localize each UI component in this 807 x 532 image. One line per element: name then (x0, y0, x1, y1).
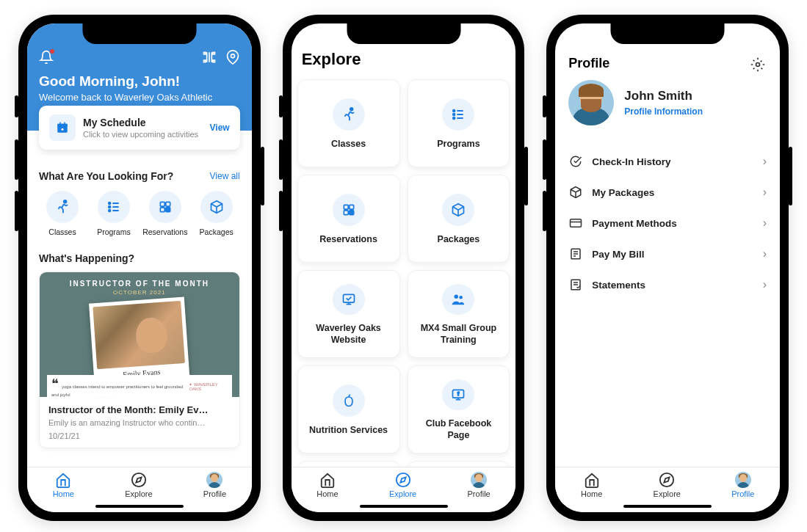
card-description: Emily is an amazing Instructor who conti… (48, 418, 231, 427)
avatar-icon (471, 472, 487, 488)
nav-home[interactable]: Home (581, 472, 602, 498)
category-label: Classes (48, 227, 76, 236)
chevron-right-icon: › (763, 155, 767, 168)
nav-label: Profile (731, 489, 754, 498)
svg-rect-2 (57, 124, 68, 127)
nav-home[interactable]: Home (53, 472, 74, 498)
package-icon (209, 200, 224, 214)
barcode-icon[interactable] (202, 50, 217, 65)
receipt-icon (569, 247, 582, 260)
svg-point-17 (350, 108, 352, 111)
notifications-button[interactable] (39, 50, 54, 68)
row-my-packages[interactable]: My Packages › (568, 177, 767, 208)
svg-marker-16 (136, 477, 141, 482)
compass-icon (395, 472, 411, 488)
svg-text:f: f (457, 391, 460, 396)
nav-profile[interactable]: Profile (731, 472, 754, 498)
tile-label: Classes (331, 138, 366, 150)
tile-label: Packages (438, 233, 480, 245)
my-schedule-card[interactable]: My Schedule Click to view upcoming activ… (39, 106, 240, 150)
tile-label: MX4 Small Group Training (414, 322, 504, 346)
row-checkin-history[interactable]: Check-In History › (568, 146, 767, 177)
notification-badge (49, 48, 55, 54)
gear-icon (750, 57, 765, 72)
svg-point-35 (756, 63, 760, 67)
tile-label: Club Facebook Page (414, 418, 504, 442)
row-statements[interactable]: Statements › (568, 269, 767, 300)
row-label: Statements (592, 280, 753, 291)
svg-rect-13 (160, 208, 164, 212)
tile-facebook[interactable]: f Club Facebook Page (408, 365, 510, 453)
monitor-icon: f (451, 387, 466, 402)
tile-label: Reservations (319, 233, 377, 245)
calendar-icon (56, 121, 69, 134)
tile-mx4-training[interactable]: MX4 Small Group Training (408, 270, 510, 358)
settings-button[interactable] (750, 57, 765, 75)
tile-label: Nutrition Services (309, 424, 388, 436)
row-label: My Packages (592, 187, 753, 198)
svg-point-4 (64, 200, 67, 203)
row-payment-methods[interactable]: Payment Methods › (568, 208, 767, 238)
tile-reservations[interactable]: Reservations (297, 175, 400, 263)
svg-point-9 (109, 210, 111, 212)
phone-home: Good Morning, John! Welcome back to Wave… (18, 15, 261, 521)
running-icon (341, 106, 357, 123)
svg-point-15 (132, 473, 145, 487)
tile-nutrition[interactable]: Nutrition Services (297, 365, 400, 453)
nav-label: Profile (203, 489, 226, 498)
card-icon (569, 216, 582, 230)
svg-point-3 (62, 128, 64, 131)
view-all-link[interactable]: View all (210, 171, 240, 181)
nav-profile[interactable]: Profile (468, 472, 491, 498)
svg-rect-26 (344, 211, 348, 215)
tile-classes[interactable]: Classes (297, 79, 400, 167)
avatar (568, 80, 614, 125)
tile-website[interactable]: Waverley Oaks Website (297, 270, 400, 358)
category-programs[interactable]: Programs (90, 191, 137, 236)
category-label: Programs (97, 227, 131, 236)
row-pay-my-bill[interactable]: Pay My Bill › (568, 238, 767, 269)
nav-profile[interactable]: Profile (203, 472, 226, 498)
svg-point-7 (109, 206, 111, 208)
tile-packages[interactable]: Packages (408, 175, 510, 263)
happening-card[interactable]: INSTRUCTOR OF THE MONTH OCTOBER 2021 Emi… (39, 272, 240, 448)
quote-text: yoga classes intend to empower practitio… (51, 385, 183, 397)
home-icon (55, 472, 71, 488)
nav-label: Explore (389, 489, 416, 498)
schedule-view-link[interactable]: View (210, 123, 230, 133)
monitor-icon (341, 292, 356, 307)
nav-label: Home (581, 489, 602, 498)
package-icon (451, 203, 466, 217)
svg-point-0 (231, 54, 234, 58)
category-packages[interactable]: Packages (193, 191, 240, 236)
chevron-right-icon: › (763, 186, 767, 199)
svg-marker-34 (400, 477, 405, 482)
greeting-text: Good Morning, John! (39, 73, 240, 90)
phone-explore: Explore Classes Programs Reservations Pa… (283, 15, 525, 521)
svg-rect-36 (571, 219, 582, 227)
nav-explore[interactable]: Explore (389, 472, 416, 498)
grid-icon (158, 200, 173, 214)
nav-explore[interactable]: Explore (125, 472, 152, 498)
svg-rect-27 (349, 211, 353, 215)
tile-placeholder[interactable] (297, 461, 400, 467)
svg-point-30 (460, 296, 463, 299)
svg-point-22 (453, 117, 455, 120)
profile-info-link[interactable]: Profile Information (624, 106, 703, 117)
tile-programs[interactable]: Programs (408, 79, 510, 167)
chevron-right-icon: › (763, 216, 767, 230)
category-label: Reservations (142, 227, 187, 236)
nav-explore[interactable]: Explore (654, 472, 681, 498)
package-icon (569, 186, 582, 199)
schedule-title: My Schedule (83, 117, 203, 128)
category-reservations[interactable]: Reservations (142, 191, 189, 236)
row-label: Pay My Bill (592, 249, 753, 260)
svg-rect-24 (344, 205, 348, 209)
svg-point-20 (453, 114, 455, 116)
category-classes[interactable]: Classes (39, 191, 86, 236)
nav-home[interactable]: Home (316, 472, 338, 498)
tile-placeholder[interactable] (408, 461, 510, 467)
svg-rect-14 (166, 208, 170, 212)
looking-for-title: What Are You Looking For? (39, 170, 173, 182)
location-icon[interactable] (225, 50, 240, 65)
